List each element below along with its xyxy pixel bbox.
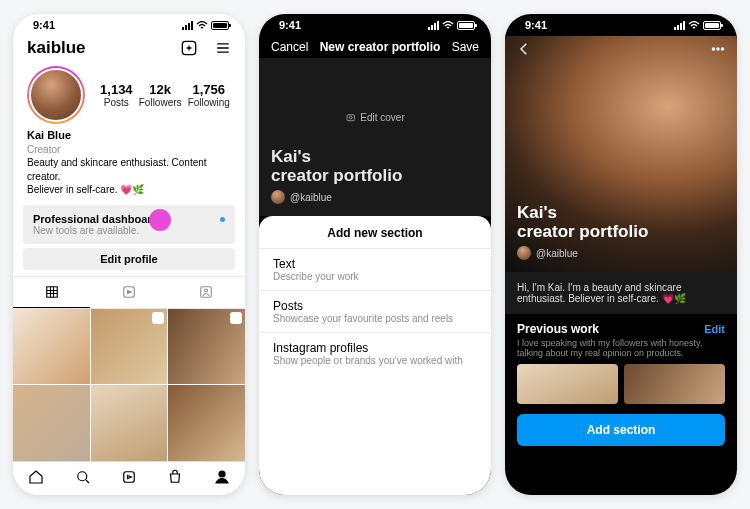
- status-time: 9:41: [525, 19, 547, 31]
- portfolio-intro: Hi, I'm Kai. I'm a beauty and skincare e…: [505, 272, 737, 314]
- intro-emoji: 💗🌿: [662, 293, 686, 304]
- new-portfolio-screen: 9:41 Cancel New creator portfolio Save E…: [259, 14, 491, 495]
- post-thumb[interactable]: [168, 385, 245, 461]
- previous-work-thumbs: [505, 364, 737, 404]
- nav-reels-icon[interactable]: [120, 468, 138, 490]
- profile-stats: 1,134 Posts 12k Followers 1,756 Followin…: [97, 82, 233, 108]
- create-icon[interactable]: [179, 38, 199, 58]
- portfolio-title: Kai's creator portfolio: [517, 203, 725, 242]
- edit-profile-button[interactable]: Edit profile: [23, 248, 235, 270]
- new-indicator-dot: [220, 217, 225, 222]
- previous-work-desc: I love speaking with my followers with h…: [505, 338, 737, 364]
- professional-dashboard[interactable]: Professional dashboard New tools are ava…: [23, 205, 235, 244]
- svg-point-10: [717, 48, 719, 50]
- menu-icon[interactable]: [213, 38, 233, 58]
- signal-icon: [182, 21, 193, 30]
- signal-icon: [428, 21, 439, 30]
- edit-cover-button[interactable]: Edit cover: [345, 112, 404, 123]
- highlight-dot: [149, 209, 171, 231]
- avatar[interactable]: [27, 66, 85, 124]
- nav-home-icon[interactable]: [27, 468, 45, 490]
- tab-tagged[interactable]: [168, 277, 245, 308]
- svg-point-11: [721, 48, 723, 50]
- status-indicators: [182, 21, 229, 30]
- modal-header: Cancel New creator portfolio Save: [259, 36, 491, 58]
- bio-name: Kai Blue: [27, 128, 231, 143]
- profile-header: kaiblue: [13, 36, 245, 60]
- wifi-icon: [442, 21, 454, 30]
- sheet-title: Add new section: [259, 226, 491, 248]
- cancel-button[interactable]: Cancel: [271, 40, 308, 54]
- status-bar: 9:41: [259, 14, 491, 36]
- option-profiles[interactable]: Instagram profiles Show people or brands…: [259, 332, 491, 374]
- battery-icon: [703, 21, 721, 30]
- battery-icon: [211, 21, 229, 30]
- profile-top: 1,134 Posts 12k Followers 1,756 Followin…: [13, 60, 245, 128]
- portfolio-handle: @kaiblue: [271, 190, 479, 204]
- status-time: 9:41: [279, 19, 301, 31]
- mini-avatar: [517, 246, 531, 260]
- stat-posts[interactable]: 1,134 Posts: [100, 82, 133, 108]
- nav-search-icon[interactable]: [74, 468, 92, 490]
- tab-grid[interactable]: [13, 277, 90, 308]
- signal-icon: [674, 21, 685, 30]
- profile-screen: 9:41 kaiblue 1,134 Posts 12k Followers 1…: [13, 14, 245, 495]
- post-thumb[interactable]: [91, 309, 168, 385]
- edit-link[interactable]: Edit: [704, 323, 725, 335]
- reel-badge-icon: [230, 312, 242, 324]
- stat-following[interactable]: 1,756 Following: [188, 82, 230, 108]
- modal-title: New creator portfolio: [320, 40, 441, 54]
- wifi-icon: [688, 21, 700, 30]
- posts-grid: [13, 309, 245, 461]
- svg-point-3: [205, 289, 208, 292]
- previous-work-header: Previous work Edit: [505, 314, 737, 338]
- bottom-nav: [13, 461, 245, 495]
- portfolio-view-screen: 9:41 Kai's creator portfolio @kaiblue Hi…: [505, 14, 737, 495]
- status-indicators: [428, 21, 475, 30]
- wifi-icon: [196, 21, 208, 30]
- status-indicators: [674, 21, 721, 30]
- tab-reels[interactable]: [90, 277, 167, 308]
- profile-bio: Kai Blue Creator Beauty and skincare ent…: [13, 128, 245, 197]
- status-bar: 9:41: [13, 14, 245, 36]
- nav-shop-icon[interactable]: [166, 468, 184, 490]
- status-bar: 9:41: [505, 14, 737, 36]
- svg-point-4: [77, 471, 86, 480]
- stat-followers[interactable]: 12k Followers: [139, 82, 182, 108]
- back-icon[interactable]: [515, 40, 533, 58]
- portfolio-hero: Kai's creator portfolio @kaiblue: [505, 36, 737, 272]
- bio-emoji: 💗🌿: [120, 184, 144, 195]
- svg-point-8: [349, 116, 352, 119]
- svg-point-9: [712, 48, 714, 50]
- profile-tabs: [13, 276, 245, 309]
- svg-point-6: [219, 471, 225, 477]
- post-thumb[interactable]: [168, 309, 245, 385]
- post-thumb[interactable]: [13, 385, 90, 461]
- option-text[interactable]: Text Describe your work: [259, 248, 491, 290]
- battery-icon: [457, 21, 475, 30]
- cover-area: Edit cover Kai's creator portfolio @kaib…: [259, 58, 491, 216]
- portfolio-title: Kai's creator portfolio: [271, 147, 479, 186]
- save-button[interactable]: Save: [452, 40, 479, 54]
- status-time: 9:41: [33, 19, 55, 31]
- mini-avatar: [271, 190, 285, 204]
- more-icon[interactable]: [709, 40, 727, 58]
- post-thumb[interactable]: [13, 309, 90, 385]
- work-thumb[interactable]: [624, 364, 725, 404]
- bio-category: Creator: [27, 143, 231, 157]
- work-thumb[interactable]: [517, 364, 618, 404]
- svg-rect-7: [347, 115, 354, 121]
- bio-line-2: Believer in self-care. 💗🌿: [27, 183, 231, 197]
- nav-profile-icon[interactable]: [213, 468, 231, 490]
- portfolio-handle: @kaiblue: [517, 246, 725, 260]
- profile-username[interactable]: kaiblue: [27, 38, 179, 58]
- option-posts[interactable]: Posts Showcase your favourite posts and …: [259, 290, 491, 332]
- bio-line-1: Beauty and skincare enthusiast. Content …: [27, 156, 231, 183]
- add-section-sheet: Add new section Text Describe your work …: [259, 216, 491, 495]
- post-thumb[interactable]: [91, 385, 168, 461]
- add-section-button[interactable]: Add section: [517, 414, 725, 446]
- reel-badge-icon: [152, 312, 164, 324]
